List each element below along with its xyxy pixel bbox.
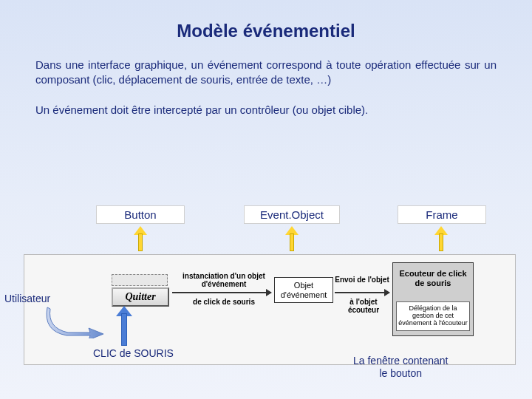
label-eventobject-class: Event.Object bbox=[244, 205, 340, 224]
arrow-right-icon bbox=[172, 292, 271, 293]
listener-box-subtitle: Délégation de la gestion de cet événemen… bbox=[396, 301, 470, 331]
user-curved-arrow-icon bbox=[46, 306, 105, 338]
window-caption: La fenêtre contenantle bouton bbox=[353, 355, 448, 380]
quitter-button[interactable]: Quitter bbox=[112, 287, 169, 307]
quit-dashed-box bbox=[112, 274, 168, 286]
intro-paragraph-1: Dans une interface graphique, un événeme… bbox=[35, 58, 497, 88]
arrow-up-icon bbox=[135, 226, 146, 251]
edge-label-click-souris: de click de souris bbox=[180, 298, 268, 306]
edge-label-envoi: Envoi de l'objet bbox=[335, 276, 389, 284]
event-object-box: Objet d'événement bbox=[274, 277, 333, 303]
page-title: Modèle événementiel bbox=[0, 0, 532, 41]
listener-box: Ecouteur de click de souris Délégation d… bbox=[392, 262, 474, 336]
edge-label-ecouteur: à l'objet écouteur bbox=[335, 298, 392, 314]
user-label: Utilisateur bbox=[4, 293, 50, 304]
intro-paragraph-2: Un événement doit être intercepté par un… bbox=[35, 103, 497, 117]
arrow-right-icon bbox=[335, 292, 389, 293]
edge-label-instanciation: instanciation d'un objet d'événement bbox=[180, 272, 268, 288]
arrow-up-icon bbox=[436, 226, 446, 251]
listener-box-title: Ecouteur de click de souris bbox=[399, 269, 466, 287]
label-button-class: Button bbox=[96, 205, 185, 224]
click-label: CLIC de SOURIS bbox=[93, 347, 174, 359]
quit-button-component: Quitter bbox=[112, 274, 169, 307]
label-frame-class: Frame bbox=[398, 205, 486, 224]
arrow-up-icon bbox=[287, 226, 297, 251]
